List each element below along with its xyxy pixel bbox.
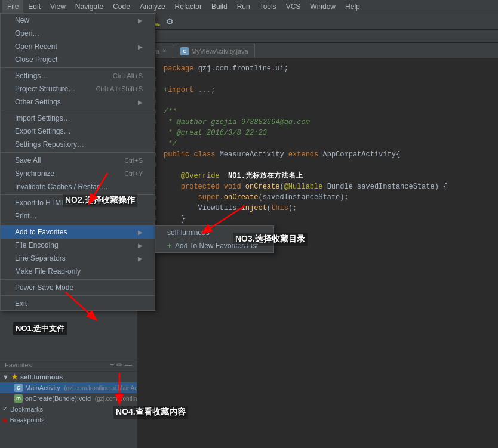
- code-line: 15 }: [137, 214, 498, 224]
- fav-oncreate-label: onCreate(Bundle):void: [25, 395, 91, 402]
- menu-item-open-label: Open…: [15, 29, 39, 38]
- menu-window[interactable]: Window: [305, 0, 340, 13]
- menu-item-fe-label: File Encoding: [15, 241, 59, 249]
- menu-edit[interactable]: Edit: [23, 0, 45, 13]
- fav-breakpoints-dot: ●: [2, 415, 7, 425]
- menu-run[interactable]: Run: [232, 0, 255, 13]
- menu-view[interactable]: View: [45, 0, 70, 13]
- menu-item-close[interactable]: Close Project: [1, 53, 155, 66]
- menu-item-power-save[interactable]: Power Save Mode: [1, 281, 155, 294]
- menu-help[interactable]: Help: [340, 0, 365, 13]
- code-line: 2: [137, 74, 498, 85]
- menu-item-new-label: New: [15, 16, 29, 24]
- favorites-title: Favorites: [5, 362, 32, 369]
- class-icon3: C: [180, 47, 189, 55]
- menu-item-export-label: Export Settings…: [15, 127, 70, 135]
- fav-breakpoints-label: Breakpoints: [10, 416, 44, 424]
- fav-item-oncreate[interactable]: m onCreate(Bundle):void (gzj.com.frontli…: [0, 393, 137, 404]
- menu-item-recent[interactable]: Open Recent ▶: [1, 40, 155, 53]
- tab-myviewactivity-label: MyViewActivity.java: [191, 48, 248, 55]
- tab-myviewactivity[interactable]: C MyViewActivity.java: [174, 44, 255, 58]
- menu-item-save-all[interactable]: Save All Ctrl+S: [1, 154, 155, 167]
- more-btn[interactable]: ⚙: [163, 15, 176, 28]
- menu-item-ro-label: Make File Read-only: [15, 267, 81, 276]
- submenu-add-new[interactable]: + Add To New Favorites List: [155, 239, 273, 252]
- code-line: 11 @Override NO1.光标放在方法名上: [137, 171, 498, 181]
- menu-bar: File Edit View Navigate Code Analyze Ref…: [0, 0, 498, 13]
- menu-item-other-settings[interactable]: Other Settings ▶: [1, 95, 155, 109]
- menu-item-settings[interactable]: Settings… Ctrl+Alt+S: [1, 69, 155, 82]
- fav-item-mainactivity[interactable]: C MainActivity (gzj.com.frontline.ui.Mai…: [0, 382, 137, 393]
- remove-fav-btn[interactable]: —: [125, 361, 132, 369]
- star-icon: ★: [11, 373, 18, 381]
- sep1: [1, 67, 155, 68]
- menu-navigate[interactable]: Navigate: [70, 0, 108, 13]
- menu-vcs[interactable]: VCS: [281, 0, 306, 13]
- fav-group-expand: ▼: [2, 373, 9, 381]
- menu-item-new[interactable]: New ▶: [1, 14, 155, 27]
- menu-item-sync[interactable]: Synchronize Ctrl+Y: [1, 167, 155, 180]
- menu-item-settings-repo[interactable]: Settings Repository…: [1, 138, 155, 151]
- code-line: 7 * @creat 2016/3/8 22:23: [137, 128, 498, 138]
- menu-item-sr-label: Settings Repository…: [15, 140, 84, 149]
- menu-item-close-label: Close Project: [15, 55, 57, 64]
- menu-item-invalidate[interactable]: Invalidate Caches / Restart…: [1, 180, 155, 193]
- menu-item-inv-label: Invalidate Caches / Restart…: [15, 183, 108, 191]
- fav-class-icon: C: [14, 384, 23, 392]
- arrow-icon4: ▶: [138, 229, 143, 236]
- fav-group-label: self-luminous: [20, 373, 63, 381]
- sep4: [1, 194, 155, 195]
- fav-group-breakpoints[interactable]: ● Breakpoints: [0, 414, 137, 426]
- plus-icon: +: [167, 242, 171, 250]
- menu-item-line-sep[interactable]: Line Separators ▶: [1, 252, 155, 265]
- menu-item-readonly[interactable]: Make File Read-only: [1, 265, 155, 278]
- menu-item-sync-label: Synchronize: [15, 169, 54, 178]
- code-line: 4: [137, 95, 498, 106]
- fav-group-self-luminous[interactable]: ▼ ★ self-luminous: [0, 372, 137, 382]
- menu-item-settings-label: Settings…: [15, 72, 48, 80]
- arrow-icon2: ▶: [138, 44, 143, 50]
- menu-analyze[interactable]: Analyze: [135, 0, 170, 13]
- menu-build[interactable]: Build: [207, 0, 232, 13]
- menu-item-import[interactable]: Import Settings…: [1, 112, 155, 125]
- menu-code[interactable]: Code: [108, 0, 135, 13]
- add-fav-btn[interactable]: +: [110, 361, 114, 369]
- code-line: 5 /**: [137, 106, 498, 117]
- code-line: 9 public class MeasureActivity extends A…: [137, 149, 498, 160]
- file-menu-dropdown: New ▶ Open… Open Recent ▶ Close Project …: [0, 13, 155, 311]
- tab-close-measure[interactable]: ✕: [162, 48, 167, 54]
- menu-item-project-structure[interactable]: Project Structure… Ctrl+Alt+Shift+S: [1, 82, 155, 95]
- menu-item-open[interactable]: Open…: [1, 27, 155, 40]
- menu-item-ps-label: Project Structure…: [15, 85, 75, 93]
- menu-item-exit[interactable]: Exit: [1, 297, 155, 310]
- sep7: [1, 295, 155, 296]
- fav-mainactivity-detail: (gzj.com.frontline.ui.MainActivity): [63, 385, 137, 391]
- file-menu-panel: New ▶ Open… Open Recent ▶ Close Project …: [0, 13, 155, 311]
- menu-item-exit-label: Exit: [15, 299, 27, 308]
- menu-item-import-label: Import Settings…: [15, 114, 70, 122]
- editor-content: 1 package gzj.com.frontline.ui; 2 3 +imp…: [137, 58, 498, 448]
- menu-refactor[interactable]: Refactor: [170, 0, 207, 13]
- menu-item-export[interactable]: Export Settings…: [1, 125, 155, 138]
- edit-fav-btn[interactable]: ✏: [116, 361, 122, 369]
- favorites-submenu: self-luminous + Add To New Favorites Lis…: [155, 225, 274, 253]
- menu-item-add-favorites[interactable]: Add to Favorites ▶ self-luminous + Add T…: [1, 225, 155, 239]
- code-line: 13 super.onCreate(savedInstanceState);: [137, 192, 498, 203]
- fav-group-bookmarks[interactable]: ✓ Bookmarks: [0, 404, 137, 414]
- menu-tools[interactable]: Tools: [255, 0, 281, 13]
- submenu-self-luminous[interactable]: self-luminous: [155, 226, 273, 239]
- menu-item-recent-label: Open Recent: [15, 42, 57, 51]
- menu-item-file-encoding[interactable]: File Encoding ▶: [1, 239, 155, 252]
- sync-shortcut: Ctrl+Y: [124, 170, 143, 177]
- fav-mainactivity-label: MainActivity: [25, 384, 60, 391]
- menu-file[interactable]: File: [2, 0, 23, 13]
- favorites-header: Favorites + ✏ —: [0, 359, 137, 372]
- settings-shortcut: Ctrl+Alt+S: [113, 72, 143, 79]
- sep2: [1, 110, 155, 110]
- menu-item-export-html[interactable]: Export to HTML…: [1, 196, 155, 209]
- favorites-panel: Favorites + ✏ — ▼ ★ self-luminous C Main…: [0, 359, 137, 448]
- menu-item-print[interactable]: Print…: [1, 209, 155, 223]
- editor-area[interactable]: 1 package gzj.com.frontline.ui; 2 3 +imp…: [137, 58, 498, 448]
- favorites-actions: + ✏ —: [110, 361, 132, 369]
- code-line: 1 package gzj.com.frontline.ui;: [137, 63, 498, 74]
